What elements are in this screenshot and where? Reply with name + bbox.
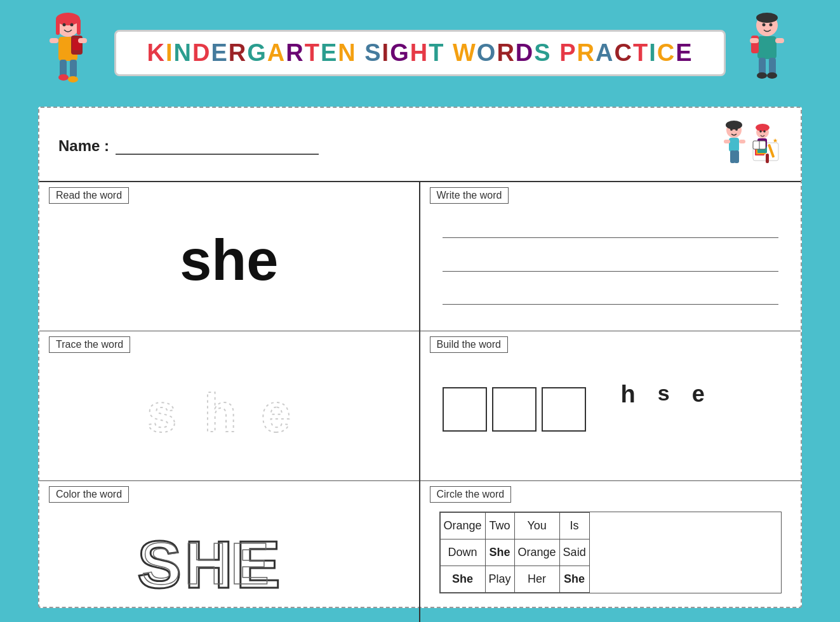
word-cell-two[interactable]: Two [485, 512, 514, 539]
svg-rect-3 [77, 19, 81, 35]
left-column: Read the word she Trace the word s h [39, 182, 420, 622]
header: KINDERGARTEN SIGHT WORDS PRACTICE [0, 0, 840, 100]
svg-rect-2 [56, 19, 60, 35]
svg-rect-10 [78, 38, 87, 43]
svg-rect-9 [50, 38, 58, 43]
color-the-word-box: Color the word SHE SHE [39, 481, 419, 622]
scatter-s[interactable]: s [648, 378, 679, 409]
letter-box-1[interactable] [443, 387, 487, 432]
read-word-content: she [49, 204, 410, 317]
svg-point-29 [730, 128, 733, 131]
activities-grid: Read the word she Trace the word s h [39, 182, 801, 622]
name-icons [718, 121, 782, 171]
word-cell-said[interactable]: Said [559, 539, 589, 566]
name-text: Name : [58, 137, 109, 155]
svg-point-26 [767, 72, 777, 79]
svg-rect-35 [734, 150, 739, 163]
write-line-2[interactable] [443, 249, 779, 272]
title-banner: KINDERGARTEN SIGHT WORDS PRACTICE [114, 30, 726, 76]
letter-box-2[interactable] [492, 387, 537, 432]
word-grid-row-3: She Play Her She [440, 566, 589, 592]
svg-text:s: s [147, 383, 177, 441]
kid-right-decoration [738, 11, 802, 94]
scatter-e[interactable]: e [683, 378, 714, 411]
circle-word-content: Orange Two You Is Down She Orange Said [430, 503, 792, 616]
svg-rect-42 [766, 154, 769, 163]
word-grid-row-2: Down She Orange Said [440, 539, 589, 566]
build-the-word-box: Build the word h s e [420, 331, 801, 480]
svg-point-17 [763, 23, 766, 27]
svg-marker-41 [773, 138, 778, 143]
svg-point-16 [756, 13, 778, 23]
write-line-3[interactable] [443, 282, 779, 305]
color-word-content: SHE SHE [49, 503, 410, 616]
word-cell-she1[interactable]: She [485, 539, 514, 566]
write-line-1[interactable] [443, 216, 779, 238]
word-cell-you[interactable]: You [514, 512, 559, 539]
word-cell-she3[interactable]: She [559, 566, 589, 592]
word-cell-down[interactable]: Down [440, 539, 485, 566]
kid-left-decoration [38, 11, 102, 94]
svg-point-28 [726, 121, 742, 129]
studying-kids-icon [718, 121, 782, 171]
read-the-word-box: Read the word she [39, 182, 419, 331]
circle-label: Circle the word [430, 486, 512, 503]
trace-word-content: s h e [49, 353, 410, 466]
main-title: KINDERGARTEN SIGHT WORDS PRACTICE [142, 39, 698, 67]
letter-box-3[interactable] [542, 387, 586, 432]
build-word-content: h s e [430, 353, 792, 466]
svg-rect-12 [70, 60, 77, 77]
write-the-word-box: Write the word [420, 182, 801, 331]
svg-text:SHE: SHE [142, 531, 273, 596]
trace-the-word-box: Trace the word s h e [39, 331, 419, 480]
write-label: Write the word [430, 187, 509, 204]
svg-point-25 [757, 72, 767, 79]
word-cell-her[interactable]: Her [514, 566, 559, 592]
svg-text:e: e [261, 383, 291, 441]
svg-rect-21 [750, 38, 759, 43]
right-column: Write the word Build the word [420, 182, 801, 622]
word-cell-play[interactable]: Play [485, 566, 514, 592]
color-label: Color the word [49, 486, 129, 503]
svg-point-44 [756, 124, 770, 131]
word-cell-she2[interactable]: She [440, 566, 485, 592]
svg-point-30 [735, 128, 738, 131]
word-grid-row-1: Orange Two You Is [440, 512, 589, 539]
svg-point-13 [58, 74, 69, 81]
svg-point-4 [63, 23, 66, 27]
letter-boxes [443, 387, 586, 432]
worksheet: Name : [38, 107, 802, 608]
svg-point-46 [763, 130, 766, 133]
name-input-line[interactable] [116, 137, 319, 155]
svg-point-45 [759, 130, 762, 133]
svg-point-5 [70, 23, 74, 27]
svg-rect-33 [739, 140, 745, 143]
write-word-content [430, 204, 792, 317]
scatter-h[interactable]: h [611, 378, 645, 411]
name-row: Name : [39, 108, 801, 182]
svg-point-18 [770, 23, 773, 27]
read-label: Read the word [49, 187, 129, 204]
trace-word-svg: s h e [140, 378, 318, 441]
svg-rect-32 [724, 140, 730, 143]
color-word-svg: SHE SHE [128, 521, 331, 597]
scatter-letters: h s e [611, 378, 708, 441]
svg-rect-19 [757, 36, 777, 59]
trace-label: Trace the word [49, 336, 130, 353]
svg-rect-22 [775, 38, 784, 43]
svg-rect-31 [729, 138, 739, 152]
svg-text:h: h [204, 383, 237, 441]
circle-the-word-box: Circle the word Orange Two You Is Down [420, 481, 801, 622]
read-word: she [180, 228, 278, 293]
word-cell-is[interactable]: Is [559, 512, 589, 539]
name-label: Name : [58, 137, 319, 155]
svg-point-14 [68, 76, 78, 83]
word-grid: Orange Two You Is Down She Orange Said [439, 512, 782, 593]
word-cell-orange2[interactable]: Orange [514, 539, 559, 566]
build-label: Build the word [430, 336, 508, 353]
word-cell-orange1[interactable]: Orange [440, 512, 485, 539]
